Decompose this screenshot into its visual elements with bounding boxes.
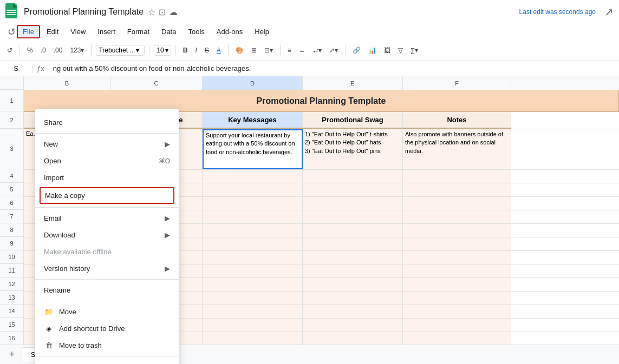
cell-d3-selected[interactable]: Support your local restaurant by eating … <box>203 129 303 169</box>
merge-cells[interactable]: ⊡▾ <box>262 45 276 56</box>
cell-e4[interactable] <box>303 170 403 183</box>
sep6 <box>280 45 281 56</box>
menu-rename[interactable]: Rename <box>35 282 179 299</box>
make-copy-label: Make a copy <box>45 191 85 200</box>
cell-f3[interactable]: Also promote with banners outside of the… <box>403 129 511 169</box>
italic-button[interactable]: I <box>192 45 199 56</box>
cloud-icon[interactable]: ☁ <box>169 7 178 17</box>
move-trash-label: Move to trash <box>59 341 102 349</box>
menu-insert[interactable]: Insert <box>92 25 121 38</box>
dropdown-section-move: 📁 Move ◈ Add shortcut to Drive 🗑 Move to… <box>35 301 179 356</box>
menu-make-copy[interactable]: Make a copy <box>40 187 174 204</box>
menu-open[interactable]: Open ⌘O <box>35 153 179 169</box>
borders[interactable]: ⊞ <box>249 45 259 56</box>
download-label: Download <box>44 231 75 239</box>
move-label: Move <box>59 308 76 316</box>
menu-move[interactable]: 📁 Move <box>35 303 179 320</box>
size-val: 10 <box>157 47 164 54</box>
email-label: Email <box>44 214 62 222</box>
align-left[interactable]: ≡ <box>285 45 294 56</box>
col-header-f[interactable]: F <box>403 76 511 90</box>
fill-color[interactable]: 🎨 <box>233 45 246 56</box>
menu-publish[interactable]: Publish to the web <box>35 359 179 364</box>
move-folder-icon: 📁 <box>44 308 54 316</box>
bold-button[interactable]: B <box>180 45 191 56</box>
font-selector[interactable]: Trebuchet ... ▾ <box>96 45 145 56</box>
title-icons: ☆ ⊡ ☁ <box>148 7 178 17</box>
menu-format[interactable]: Format <box>122 25 155 38</box>
menu-version-history[interactable]: Version history ▶ <box>35 260 179 277</box>
menu-new[interactable]: New ▶ <box>35 136 179 153</box>
add-shortcut-label: Add shortcut to Drive <box>59 325 125 333</box>
menu-email[interactable]: Email ▶ <box>35 210 179 227</box>
menu-view[interactable]: View <box>65 25 91 38</box>
menu-move-trash[interactable]: 🗑 Move to trash <box>35 337 179 354</box>
cell-e3[interactable]: 1) "Eat Out to Help Out" t-shirts2) "Eat… <box>303 129 403 169</box>
menu-share[interactable]: Share <box>35 114 179 131</box>
format-decimal00[interactable]: .00 <box>51 45 66 56</box>
underline-button[interactable]: A <box>214 45 224 56</box>
insert-image[interactable]: 🖼 <box>381 45 393 56</box>
cell-d4[interactable] <box>203 170 303 183</box>
font-arrow: ▾ <box>136 47 139 54</box>
text-rotation[interactable]: ↗▾ <box>327 45 341 56</box>
menu-offline: Make available offline <box>35 243 179 260</box>
expand-icon[interactable]: ↗ <box>604 5 614 18</box>
folder-icon[interactable]: ⊡ <box>159 7 166 17</box>
insert-chart[interactable]: 📊 <box>366 45 379 56</box>
menu-tools[interactable]: Tools <box>183 25 210 38</box>
share-label: Share <box>44 118 63 127</box>
strikethrough-button[interactable]: S <box>202 45 212 56</box>
text-wrap[interactable]: ⇌▾ <box>310 45 324 56</box>
format-123[interactable]: 123▾ <box>67 45 87 56</box>
insert-link[interactable]: 🔗 <box>350 45 363 56</box>
top-bar: Promotional Planning Template ☆ ⊡ ☁ Last… <box>0 0 619 24</box>
font-size[interactable]: 10 ▾ <box>154 45 171 56</box>
col-header-b[interactable]: B <box>24 76 110 90</box>
col-headers: B C D E F <box>24 76 619 90</box>
undo-tool[interactable]: ↺ <box>4 45 15 56</box>
star-icon[interactable]: ☆ <box>148 7 155 17</box>
header-d[interactable]: Key Messages <box>203 112 303 129</box>
format-decimal0[interactable]: .0 <box>38 45 49 56</box>
cell-f4[interactable] <box>403 170 511 183</box>
menu-download[interactable]: Download ▶ <box>35 227 179 243</box>
undo-button[interactable]: ↺ <box>8 26 16 38</box>
last-edit[interactable]: Last edit was seconds ago <box>519 8 596 16</box>
download-arrow: ▶ <box>165 231 170 239</box>
sep1 <box>19 45 20 56</box>
cell-reference[interactable]: S <box>0 64 32 72</box>
dropdown-section-new: New ▶ Open ⌘O Import Make a copy <box>35 134 179 208</box>
dropdown-section-publish: Publish to the web <box>35 356 179 364</box>
dropdown-section-share: Share <box>35 112 179 134</box>
version-history-label: Version history <box>44 264 90 273</box>
sep4 <box>175 45 176 56</box>
offline-label: Make available offline <box>44 248 112 256</box>
functions[interactable]: ∑▾ <box>408 45 421 56</box>
col-header-e[interactable]: E <box>303 76 403 90</box>
add-sheet-button[interactable]: + <box>4 347 19 362</box>
formula-content[interactable]: ng out with a 50% discount on food or no… <box>49 64 619 72</box>
sep5 <box>228 45 229 56</box>
menu-data[interactable]: Data <box>156 25 181 38</box>
menu-edit[interactable]: Edit <box>41 25 64 38</box>
rename-label: Rename <box>44 286 70 294</box>
menu-addons[interactable]: Add-ons <box>211 25 248 38</box>
col-header-d[interactable]: D <box>203 76 303 90</box>
header-f[interactable]: Notes <box>403 112 511 129</box>
email-arrow: ▶ <box>165 214 170 222</box>
header-e[interactable]: Promotional Swag <box>303 112 403 129</box>
menu-file[interactable]: File <box>17 25 40 38</box>
open-shortcut: ⌘O <box>159 157 170 165</box>
menu-import[interactable]: Import <box>35 169 179 186</box>
format-percent[interactable]: % <box>24 45 36 56</box>
version-history-arrow: ▶ <box>165 264 170 273</box>
col-header-c[interactable]: C <box>110 76 203 90</box>
filter[interactable]: ▽ <box>395 45 406 56</box>
menu-add-shortcut[interactable]: ◈ Add shortcut to Drive <box>35 320 179 337</box>
formula-fx: ƒx <box>32 64 49 72</box>
align-vert[interactable]: ⫠ <box>296 45 308 56</box>
menu-help[interactable]: Help <box>249 25 275 38</box>
cell-d3-content: Support your local restaurant by eating … <box>206 131 299 156</box>
new-label: New <box>44 140 58 148</box>
